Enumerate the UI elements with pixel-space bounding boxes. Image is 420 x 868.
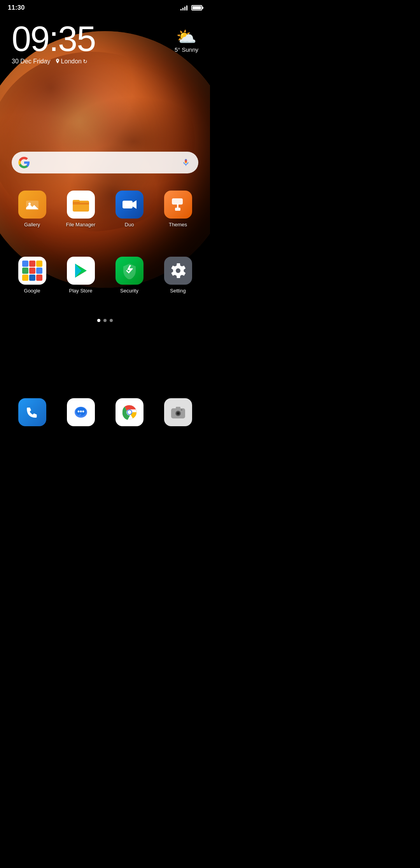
google-label: Google <box>24 288 40 294</box>
signal-icon <box>180 5 187 10</box>
svg-point-22 <box>181 409 182 411</box>
settings-icon <box>164 257 192 285</box>
main-clock: 09:35 <box>12 21 198 56</box>
svg-point-21 <box>177 412 179 415</box>
search-bar[interactable] <box>12 152 198 173</box>
phone-icon <box>18 398 46 426</box>
app-item-security[interactable]: Security <box>105 253 154 298</box>
status-bar: 11:30 <box>0 0 210 16</box>
messages-icon <box>67 398 95 426</box>
playstore-label: Play Store <box>69 288 93 294</box>
mic-icon[interactable] <box>180 156 192 169</box>
duo-label: Duo <box>125 222 134 228</box>
app-item-duo[interactable]: Duo <box>105 187 154 231</box>
weather-icon: ⛅ <box>175 27 198 46</box>
dock-item-chrome[interactable] <box>105 398 154 426</box>
google-logo <box>18 156 30 169</box>
app-grid-row2: Google Play Store <box>0 253 210 298</box>
app-item-playstore[interactable]: Play Store <box>56 253 105 298</box>
page-dot-2[interactable] <box>103 319 107 322</box>
page-dots <box>0 319 210 322</box>
battery-icon <box>191 5 202 10</box>
clock-location: London ↻ <box>55 58 88 65</box>
gallery-icon <box>18 191 46 219</box>
dock <box>8 398 202 426</box>
clock-date: 30 Dec Friday <box>12 58 51 65</box>
filemanager-icon <box>67 191 95 219</box>
security-label: Security <box>120 288 138 294</box>
weather-text: 5° Sunny <box>175 46 198 53</box>
svg-rect-4 <box>122 201 133 208</box>
page-dot-1[interactable] <box>97 319 100 322</box>
themes-icon <box>164 191 192 219</box>
app-item-settings[interactable]: Setting <box>154 253 202 298</box>
clock-info: 30 Dec Friday London ↻ <box>12 58 198 65</box>
svg-rect-18 <box>176 407 180 409</box>
themes-label: Themes <box>169 222 187 228</box>
status-icons <box>180 5 202 10</box>
app-item-themes[interactable]: Themes <box>154 187 202 231</box>
svg-point-11 <box>80 411 82 413</box>
svg-point-10 <box>77 411 79 413</box>
clock-section: 09:35 30 Dec Friday London ↻ <box>12 21 198 65</box>
svg-point-12 <box>82 411 84 413</box>
dock-item-phone[interactable] <box>8 398 56 426</box>
settings-label: Setting <box>170 288 186 294</box>
svg-point-16 <box>128 410 131 414</box>
page-dot-3[interactable] <box>110 319 113 322</box>
playstore-icon <box>67 257 95 285</box>
app-item-filemanager[interactable]: File Manager <box>56 187 105 231</box>
status-time: 11:30 <box>8 4 24 12</box>
google-icon <box>18 257 46 285</box>
camera-icon <box>164 398 192 426</box>
gallery-label: Gallery <box>24 222 40 228</box>
app-grid-row1: Gallery File Manager Duo <box>0 187 210 231</box>
weather-section: ⛅ 5° Sunny <box>175 27 198 53</box>
dock-item-camera[interactable] <box>154 398 202 426</box>
svg-rect-5 <box>172 198 183 205</box>
duo-icon <box>116 191 144 219</box>
security-icon <box>116 257 144 285</box>
google-grid <box>22 261 42 281</box>
filemanager-label: File Manager <box>66 222 96 228</box>
dock-item-messages[interactable] <box>56 398 105 426</box>
app-item-gallery[interactable]: Gallery <box>8 187 56 231</box>
app-item-google[interactable]: Google <box>8 253 56 298</box>
svg-rect-7 <box>175 208 180 211</box>
chrome-icon <box>116 398 144 426</box>
